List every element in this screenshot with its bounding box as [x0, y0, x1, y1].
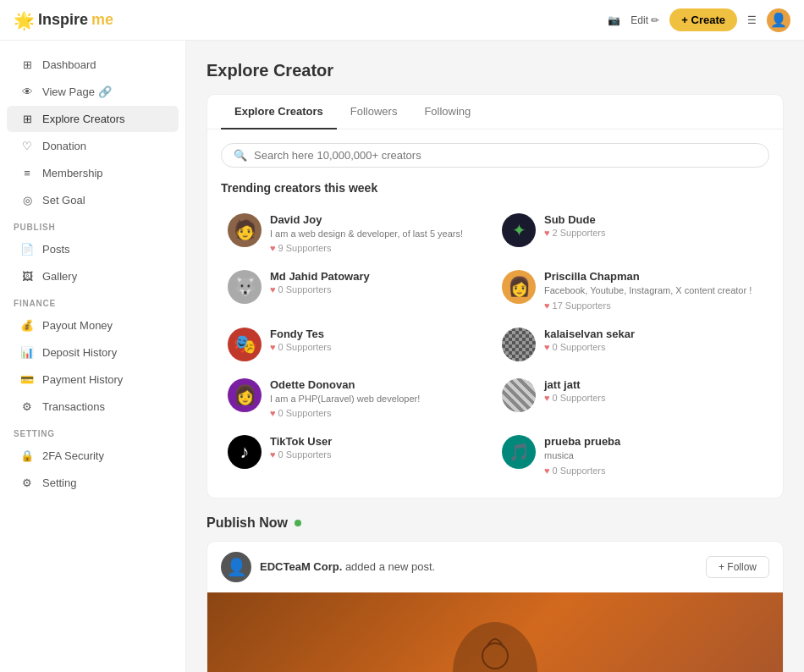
follow-button[interactable]: + Follow [706, 556, 769, 578]
donation-icon: ♡ [20, 140, 34, 152]
sidebar-item-setting[interactable]: ⚙ Setting [7, 470, 179, 496]
list-item[interactable]: ✦ Sub Dude ♥ 2 Supporters [495, 205, 769, 262]
transactions-icon: ⚙ [20, 400, 34, 413]
sidebar-label: Dashboard [42, 58, 96, 71]
security-icon: 🔒 [20, 449, 34, 462]
creator-supporters: ♥ 0 Supporters [544, 393, 763, 403]
avatar [502, 328, 536, 361]
list-item[interactable]: 🧑 David Joy I am a web design & develope… [221, 205, 495, 262]
creator-supporters: ♥ 17 Supporters [544, 300, 763, 311]
sidebar-item-deposit[interactable]: 📊 Deposit History [7, 339, 179, 366]
sidebar-item-membership[interactable]: ≡ Membership [7, 160, 179, 186]
sidebar-label: Deposit History [42, 346, 117, 359]
sidebar-item-posts[interactable]: 📄 Posts [7, 236, 179, 262]
menu-button[interactable]: ☰ [747, 14, 757, 26]
camera-button[interactable]: 📷 [608, 14, 620, 26]
avatar: 👩 [502, 270, 536, 304]
search-container: 🔍 [207, 129, 783, 181]
creator-info: Md Jahid Patowary ♥ 0 Supporters [270, 270, 488, 295]
user-avatar[interactable]: 👤 [767, 8, 790, 32]
sidebar-label: Transactions [42, 400, 105, 413]
list-item[interactable]: 🎵 prueba prueba musica ♥ 0 Supporters [495, 427, 769, 483]
avatar: ♪ [228, 435, 262, 469]
main-content: Explore Creator Explore Creators Followe… [186, 41, 804, 672]
creator-name: Priscilla Chapman [544, 270, 763, 283]
search-input[interactable] [254, 149, 757, 162]
sidebar-label: Explore Creators [42, 113, 125, 125]
sidebar-label: Donation [42, 140, 86, 152]
post-image: Copyright © ShareCode.vn [207, 592, 783, 672]
creator-bio: Facebook, Youtube, Instagram, X content … [544, 284, 763, 297]
list-item[interactable]: 🎭 Fondy Tes ♥ 0 Supporters [221, 319, 495, 370]
heart-icon: ♥ [270, 243, 276, 253]
app-logo: 🌟 Inspireme [14, 10, 113, 30]
sidebar-item-dashboard[interactable]: ⊞ Dashboard [7, 52, 179, 78]
section-finance: FINANCE [0, 290, 185, 311]
creator-name: jatt jatt [544, 378, 763, 391]
creator-name: prueba prueba [544, 435, 763, 448]
gallery-icon: 🖼 [20, 270, 34, 283]
creator-name: kalaiselvan sekar [544, 328, 763, 340]
posts-icon: 📄 [20, 243, 34, 256]
publish-now-header: Publish Now [207, 515, 784, 531]
section-publish: PUBLISH [0, 214, 185, 235]
main-layout: ⊞ Dashboard 👁 View Page 🔗 ⊞ Explore Crea… [0, 41, 804, 672]
sidebar-item-set-goal[interactable]: ◎ Set Goal [7, 187, 179, 213]
edit-button[interactable]: Edit ✏ [631, 14, 659, 26]
avatar: ✦ [502, 213, 536, 247]
sidebar-item-gallery[interactable]: 🖼 Gallery [7, 263, 179, 289]
heart-icon: ♥ [544, 342, 550, 352]
heart-icon: ♥ [270, 449, 276, 460]
creator-info: Sub Dude ♥ 2 Supporters [544, 213, 763, 238]
heart-icon: ♥ [544, 228, 550, 238]
section-setting: SETTING [0, 421, 185, 442]
sidebar-item-explore-creators[interactable]: ⊞ Explore Creators [7, 106, 179, 132]
membership-icon: ≡ [20, 167, 34, 179]
sidebar-label: Set Goal [42, 194, 85, 207]
creator-info: Priscilla Chapman Facebook, Youtube, Ins… [544, 270, 763, 310]
dashboard-icon: ⊞ [20, 58, 34, 71]
creator-name: David Joy [270, 213, 488, 226]
creator-bio: I am a web design & developer, of last 5… [270, 228, 488, 240]
search-bar[interactable]: 🔍 [221, 143, 769, 168]
sidebar-item-view-page[interactable]: 👁 View Page 🔗 [7, 79, 179, 105]
sidebar-item-donation[interactable]: ♡ Donation [7, 133, 179, 159]
creator-name: Fondy Tes [270, 328, 488, 340]
creator-name: Odette Donovan [270, 378, 488, 391]
list-item[interactable]: 🐺 Md Jahid Patowary ♥ 0 Supporters [221, 262, 495, 318]
list-item[interactable]: ♪ TikTok User ♥ 0 Supporters [221, 427, 495, 483]
sidebar-item-payment[interactable]: 💳 Payment History [7, 366, 179, 393]
list-item[interactable]: 👩 Priscilla Chapman Facebook, Youtube, I… [495, 262, 769, 318]
create-button[interactable]: + Create [669, 8, 737, 31]
tabs-container: Explore Creators Followers Following [207, 95, 783, 129]
sidebar-item-payout[interactable]: 💰 Payout Money [7, 312, 179, 339]
post-card: 👤 EDCTeaM Corp. added a new post. + Foll… [207, 541, 784, 672]
post-header: 👤 EDCTeaM Corp. added a new post. + Foll… [207, 542, 783, 592]
post-user-info: EDCTeaM Corp. added a new post. [260, 560, 435, 573]
sidebar-item-2fa[interactable]: 🔒 2FA Security [7, 443, 179, 469]
sidebar-label: Posts [42, 243, 70, 256]
setting-icon: ⚙ [20, 476, 34, 489]
top-bar: 🌟 Inspireme 📷 Edit ✏ + Create ☰ 👤 [0, 0, 804, 41]
creator-supporters: ♥ 9 Supporters [270, 243, 488, 253]
heart-icon: ♥ [544, 393, 550, 403]
creator-bio: musica [544, 449, 763, 462]
list-item[interactable]: kalaiselvan sekar ♥ 0 Supporters [495, 319, 769, 370]
page-title: Explore Creator [207, 61, 784, 80]
list-item[interactable]: jatt jatt ♥ 0 Supporters [495, 370, 769, 427]
creator-info: TikTok User ♥ 0 Supporters [270, 435, 488, 460]
post-user-avatar: 👤 [221, 552, 251, 582]
sidebar-item-transactions[interactable]: ⚙ Transactions [7, 394, 179, 420]
creator-info: jatt jatt ♥ 0 Supporters [544, 378, 763, 403]
creator-supporters: ♥ 2 Supporters [544, 228, 763, 238]
logo-me: me [91, 11, 113, 29]
creator-info: Fondy Tes ♥ 0 Supporters [270, 328, 488, 352]
tab-explore-creators[interactable]: Explore Creators [221, 95, 337, 129]
list-item[interactable]: 👩 Odette Donovan I am a PHP(Laravel) web… [221, 370, 495, 427]
creator-supporters: ♥ 0 Supporters [544, 465, 763, 476]
tab-followers[interactable]: Followers [337, 95, 411, 129]
avatar: 🐺 [228, 270, 262, 304]
tab-following[interactable]: Following [410, 95, 484, 129]
creators-grid: 🧑 David Joy I am a web design & develope… [207, 205, 783, 498]
payout-icon: 💰 [20, 319, 34, 332]
